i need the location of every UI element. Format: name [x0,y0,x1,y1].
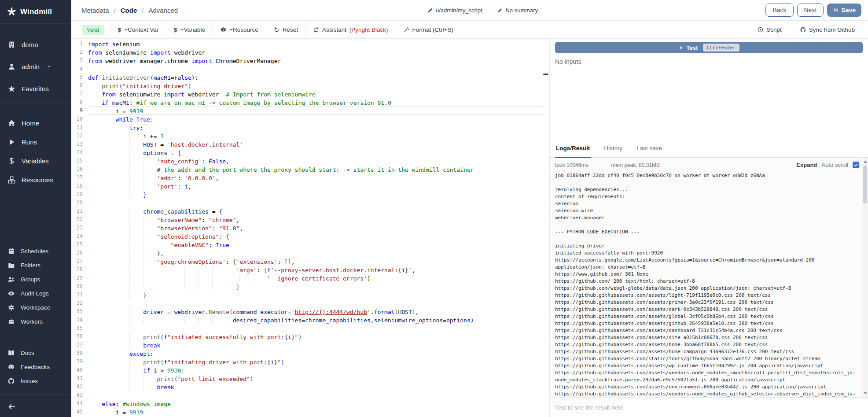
code-line[interactable]: 45i = 9919 [71,408,543,416]
code-line[interactable]: 23"browserVersion": "91.0", [71,224,543,232]
code-line[interactable]: 4 [71,65,543,73]
code-line[interactable]: 10while True: [71,115,543,123]
code-text: chrome_capabilities = { [88,207,543,215]
code-line[interactable]: 19} [71,190,543,199]
code-line[interactable]: 40if i > 9930: [71,366,543,374]
code-line[interactable]: 7from seleniumwire import webdriver # Im… [71,90,543,98]
code-line[interactable]: 20 [71,199,543,207]
code-line[interactable]: 3from webdriver_manager.chrome import Ch… [71,56,543,65]
code-line[interactable]: 12i += 1 [71,132,543,140]
log-line: https://github.githubassets.com/assets/g… [555,320,857,327]
sidebar-item-folders[interactable]: Folders [0,258,71,272]
sidebar-item-resources[interactable]: Resources [0,170,71,189]
tab-metadata[interactable]: Metadata [81,7,109,14]
code-line[interactable]: 22"browserName": "chrome", [71,215,543,224]
reset-button[interactable]: Reset [266,21,305,38]
code-line[interactable]: 2from seleniumwire import webdriver [71,48,543,56]
code-line[interactable]: 11try: [71,123,543,132]
sidebar-item-workers[interactable]: Workers [0,314,71,328]
collapse-sidebar-button[interactable] [8,400,15,413]
code-line[interactable]: 17'addr': '0.0.0.0', [71,173,543,182]
sidebar-item-favorites[interactable]: Favorites [0,77,71,100]
code-line[interactable]: 44else: #windows image [71,399,543,408]
assistant-button[interactable]: Assistant (Pyright Black) [306,21,396,38]
code-line[interactable]: 26}, [71,249,543,257]
code-line[interactable]: 14options = { [71,148,543,157]
code-line[interactable]: 6print("initiating driver") [71,81,543,90]
add-context-var-button[interactable]: $ +Context Var [110,21,166,38]
tab-history[interactable]: History [603,139,623,158]
code-line[interactable]: 5def initiateDriver(macM1=False): [71,73,543,81]
code-line[interactable]: 30 } [71,282,543,291]
tab-advanced[interactable]: Advanced [148,7,178,14]
script-path-chip[interactable]: u/admin/my_script [427,7,482,14]
code-line[interactable]: 21chrome_capabilities = { [71,207,543,215]
code-editor[interactable]: 1import selenium2from seleniumwire impor… [71,39,543,417]
code-line[interactable]: 31} [71,291,543,299]
code-line[interactable]: 13HOST = 'host.docker.internal' [71,140,543,148]
line-number: 19 [71,190,83,199]
code-line[interactable]: 32 [71,299,543,307]
tab-code[interactable]: Code [121,7,137,14]
code-line[interactable]: 39print(f"initiating driver with port:{i… [71,358,543,366]
panel-splitter[interactable] [543,39,549,417]
sync-from-github-button[interactable]: Sync from Github [800,26,855,33]
code-line[interactable]: 41print("port limit exceeded") [71,374,543,383]
code-line[interactable]: 1import selenium [71,40,543,48]
add-variable-button[interactable]: $ +Variable [166,21,213,38]
code-line[interactable]: 37break [71,341,543,349]
sidebar-item-runs[interactable]: Runs [0,133,71,151]
splitter-handle[interactable] [543,74,548,75]
add-resource-button[interactable]: +Resource [213,21,266,38]
next-button[interactable]: Next [797,4,824,17]
code-line[interactable]: 34 desired_capabilities=chrome_capabilit… [71,316,543,324]
sidebar-item-groups[interactable]: Groups [0,272,71,286]
code-line[interactable]: 28 'args': [f'--proxy-server=host.docker… [71,266,543,274]
sidebar-item-feedbacks[interactable]: Feedbacks [0,360,71,374]
test-button[interactable]: Test Ctrl+Enter [555,42,863,53]
auto-scroll-checkbox[interactable] [853,162,859,168]
code-line[interactable]: 25"enableVNC": True [71,240,543,249]
script-kind-button[interactable]: Script [758,26,782,33]
code-line[interactable]: 15'auto_config': False, [71,157,543,165]
format-button[interactable]: Format (Ctrl+S) [396,21,461,38]
code-line[interactable]: 16# the addr and the port where the prox… [71,165,543,173]
code-line[interactable]: 43 [71,391,543,399]
sidebar-item-issues[interactable]: Issues [0,374,71,388]
scrollbar-thumb[interactable] [863,166,867,203]
back-button[interactable]: Back [765,4,793,17]
log-line: https://github.githubassets.com/assets/g… [555,313,857,320]
windmill-logo[interactable]: Windmill [0,0,71,24]
sidebar-item-workspace[interactable]: Workspace [0,300,71,314]
code-line[interactable]: 9i = 9919 [71,107,543,115]
tab-logs-result[interactable]: Logs/Result [555,139,591,158]
code-line[interactable]: 29'--ignore-certificate-errors'] [71,274,543,282]
expand-button[interactable]: Expand [796,162,817,168]
sidebar-item-admin[interactable]: admin [0,55,71,77]
code-line[interactable]: 42break [71,383,543,391]
sidebar-item-docs[interactable]: Docs [0,346,71,360]
log-scrollbar[interactable] [862,158,868,397]
code-line[interactable]: 38except: [71,349,543,358]
code-line[interactable]: 18'port': i, [71,182,543,190]
sidebar-item-variables[interactable]: Variables [0,151,71,170]
code-line[interactable]: 33driver = webdriver.Remote(command_exec… [71,307,543,316]
scroll-up-arrow-icon[interactable] [864,160,867,163]
user-icon [8,63,15,70]
code-line[interactable]: 27'goog:chromeOptions': {'extensions': [… [71,257,543,266]
save-button[interactable]: Save [827,4,861,17]
check-icon [853,162,858,167]
sidebar-item-schedules[interactable]: Schedules [0,244,71,258]
sidebar-item-audit-logs[interactable]: Audit Logs [0,286,71,300]
tab-last-save[interactable]: Last save [636,139,663,158]
sidebar-item-home[interactable]: Home [0,114,71,133]
code-line[interactable]: 36print(f"initiated successfully with po… [71,332,543,341]
script-summary-chip[interactable]: No summary [497,7,538,14]
code-line[interactable]: 24"selenoid:options": { [71,232,543,240]
toolbar-left: Valid $ +Context Var $ +Variable +Resour… [71,21,461,38]
reset-label: Reset [283,26,298,33]
code-line[interactable]: 8if macM1: #if we are on mac m1 -> custo… [71,98,543,107]
sidebar-item-demo[interactable]: demo [0,33,71,55]
code-line[interactable]: 35 [71,324,543,332]
scroll-down-arrow-icon[interactable] [864,392,867,395]
